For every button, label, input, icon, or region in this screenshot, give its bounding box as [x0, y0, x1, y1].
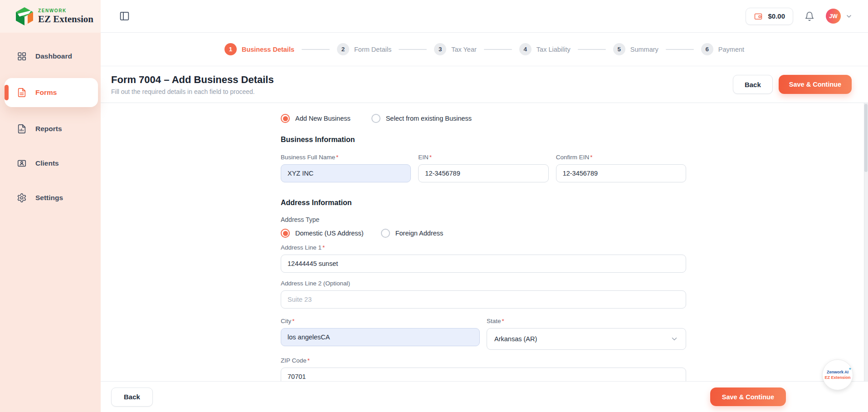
address-line-2-input[interactable]: [281, 290, 686, 309]
stepper-bar: 1 Business Details 2 Form Details 3 Tax …: [101, 33, 868, 66]
avatar[interactable]: JW: [826, 9, 841, 24]
field-zip-code: ZIP Code*: [281, 357, 686, 381]
required-asterisk: *: [429, 154, 432, 161]
brand-zenwork: ZENWORK: [38, 8, 93, 13]
field-confirm-ein: Confirm EIN*: [556, 154, 686, 182]
step-number: 2: [337, 43, 349, 55]
step-number: 3: [434, 43, 446, 55]
required-asterisk: *: [292, 318, 294, 324]
address-type-label: Address Type: [281, 216, 686, 223]
ein-input[interactable]: [418, 164, 548, 182]
sidebar-item-label: Settings: [35, 194, 63, 202]
notifications-button[interactable]: [803, 10, 816, 23]
footer-save-continue-button[interactable]: Save & Continue: [710, 387, 786, 406]
radio-unselected-icon[interactable]: [371, 114, 380, 123]
add-new-business-option[interactable]: Add New Business: [281, 114, 351, 123]
city-input[interactable]: [281, 328, 480, 346]
field-city: City*: [281, 318, 480, 346]
page-title: Form 7004 – Add Business Details: [111, 74, 274, 86]
brand-product: EZ Extension: [38, 14, 93, 25]
step-label: Tax Year: [451, 46, 477, 53]
radio-unselected-icon[interactable]: [381, 229, 390, 238]
scrollbar-track[interactable]: [864, 103, 868, 381]
state-selected-value: Arkansas (AR): [494, 335, 537, 343]
sidebar: ZENWORK EZ Extension Dashboard Forms: [0, 0, 101, 412]
settings-icon: [16, 192, 27, 203]
step-tax-year[interactable]: 3 Tax Year: [434, 43, 477, 55]
sidebar-item-forms[interactable]: Forms: [5, 78, 98, 107]
sidebar-item-reports[interactable]: Reports: [0, 116, 101, 142]
radio-selected-icon[interactable]: [281, 114, 290, 123]
form-content: Add New Business Select from existing Bu…: [101, 103, 868, 381]
footer-back-button[interactable]: Back: [111, 387, 153, 407]
bell-icon: [805, 11, 814, 21]
step-label: Form Details: [354, 46, 391, 53]
page-subtitle: Fill out the required details in each fi…: [111, 88, 274, 95]
domestic-address-option[interactable]: Domestic (US Address): [281, 229, 364, 238]
radio-label: Add New Business: [295, 115, 351, 122]
step-summary[interactable]: 5 Summary: [613, 43, 658, 55]
profile-menu[interactable]: JW: [826, 9, 853, 24]
address-type-options: Domestic (US Address) Foreign Address: [281, 229, 686, 238]
radio-label: Select from existing Business: [386, 115, 472, 122]
ai-badge-subtitle: EZ Extension: [824, 375, 850, 380]
state-select[interactable]: Arkansas (AR): [487, 328, 686, 350]
required-asterisk: *: [322, 244, 325, 251]
app-window: ZENWORK EZ Extension Dashboard Forms: [0, 0, 868, 412]
field-business-full-name: Business Full Name*: [281, 154, 411, 182]
required-asterisk: *: [590, 154, 592, 161]
field-label: Confirm EIN: [556, 154, 590, 161]
confirm-ein-input[interactable]: [556, 164, 686, 182]
sidebar-item-settings[interactable]: Settings: [0, 185, 101, 211]
page-header: Form 7004 – Add Business Details Fill ou…: [101, 66, 868, 103]
step-label: Tax Liability: [536, 46, 571, 53]
step-number: 1: [224, 43, 237, 55]
step-payment[interactable]: 6 Payment: [701, 43, 744, 55]
select-existing-business-option[interactable]: Select from existing Business: [371, 114, 472, 123]
scrollbar-thumb[interactable]: [864, 104, 868, 172]
clients-icon: [16, 158, 27, 169]
panel-toggle-icon: [119, 10, 130, 22]
field-label: State: [487, 318, 501, 324]
address-line-1-input[interactable]: [281, 255, 686, 273]
stepper: 1 Business Details 2 Form Details 3 Tax …: [224, 43, 744, 55]
step-connector: [399, 49, 427, 50]
field-label: ZIP Code: [281, 357, 307, 364]
chevron-down-icon: [845, 13, 853, 20]
step-business-details[interactable]: 1 Business Details: [224, 43, 294, 55]
step-label: Business Details: [242, 46, 294, 53]
balance-button[interactable]: $0.00: [746, 8, 793, 25]
radio-label: Foreign Address: [395, 230, 444, 237]
field-ein: EIN*: [418, 154, 548, 182]
field-address-line-2: Address Line 2 (Optional): [281, 280, 686, 309]
step-number: 4: [519, 43, 532, 55]
save-continue-button[interactable]: Save & Continue: [779, 75, 852, 94]
field-label: Business Full Name: [281, 154, 335, 161]
footer-bar: Back Save & Continue: [101, 381, 868, 412]
chevron-down-icon: [670, 335, 678, 343]
radio-label: Domestic (US Address): [295, 230, 364, 237]
step-connector: [666, 49, 694, 50]
step-label: Summary: [630, 46, 658, 53]
sidebar-toggle-button[interactable]: [118, 10, 131, 23]
sidebar-logo[interactable]: ZENWORK EZ Extension: [0, 0, 101, 33]
topbar: $0.00 JW: [101, 0, 868, 33]
sidebar-item-dashboard[interactable]: Dashboard: [0, 44, 101, 69]
sidebar-nav: Dashboard Forms Reports Clients: [0, 33, 101, 211]
sidebar-item-label: Reports: [35, 125, 62, 133]
business-full-name-input[interactable]: [281, 164, 411, 182]
sidebar-item-clients[interactable]: Clients: [0, 151, 101, 176]
back-button[interactable]: Back: [733, 75, 773, 94]
sparkle-icon: [848, 367, 852, 371]
radio-selected-icon[interactable]: [281, 229, 290, 238]
required-asterisk: *: [307, 357, 310, 364]
zenwork-ai-badge[interactable]: Zenwork AI EZ Extension: [822, 359, 853, 390]
business-information-heading: Business Information: [281, 136, 686, 144]
step-tax-liability[interactable]: 4 Tax Liability: [519, 43, 571, 55]
zip-code-input[interactable]: [281, 368, 686, 381]
step-number: 5: [613, 43, 625, 55]
foreign-address-option[interactable]: Foreign Address: [381, 229, 444, 238]
wallet-icon: [754, 12, 763, 21]
address-information-heading: Address Information: [281, 199, 686, 207]
step-form-details[interactable]: 2 Form Details: [337, 43, 391, 55]
